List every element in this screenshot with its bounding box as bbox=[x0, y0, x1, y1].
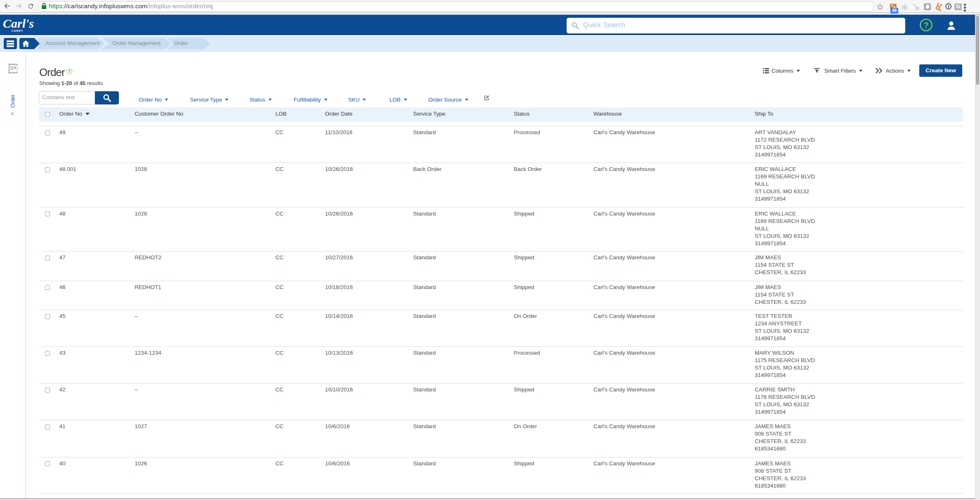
svg-text:$: $ bbox=[14, 65, 17, 70]
svg-text:CANDY: CANDY bbox=[12, 29, 23, 32]
svg-text:Carl's: Carl's bbox=[3, 17, 34, 30]
